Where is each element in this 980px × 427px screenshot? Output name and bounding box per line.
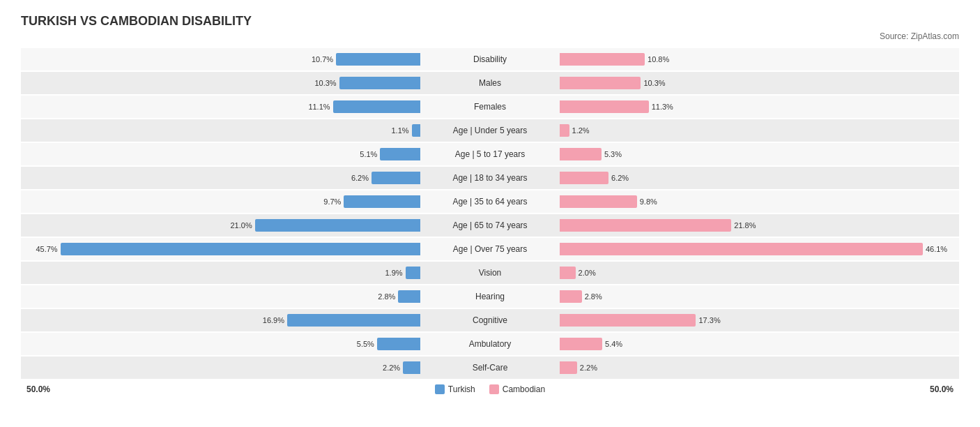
legend: Turkish Cambodian — [50, 384, 930, 394]
val-left: 11.1% — [308, 103, 330, 111]
bar-row: 1.9%Vision2.0% — [21, 262, 959, 284]
bar-row: 1.1%Age | Under 5 years1.2% — [21, 119, 959, 142]
right-side: 1.2% — [560, 119, 954, 142]
val-right: 10.8% — [648, 55, 669, 63]
bar-row: 5.5%Ambulatory5.4% — [21, 333, 959, 355]
bar-right — [560, 195, 637, 208]
center-label: Age | Under 5 years — [420, 126, 560, 135]
legend-turkish-label: Turkish — [448, 384, 475, 394]
right-side: 46.1% — [560, 238, 954, 260]
left-side: 5.1% — [26, 143, 420, 165]
footer-right-value: 50.0% — [930, 384, 954, 394]
left-side: 10.7% — [26, 48, 420, 70]
center-label: Males — [420, 78, 560, 88]
chart-title: TURKISH VS CAMBODIAN DISABILITY — [21, 14, 959, 29]
left-side: 11.1% — [26, 96, 420, 118]
bar-row: 9.7%Age | 35 to 64 years9.8% — [21, 190, 959, 213]
bar-row: 2.2%Self-Care2.2% — [21, 357, 959, 379]
bar-row: 45.7%Age | Over 75 years46.1% — [21, 238, 959, 260]
bar-row: 6.2%Age | 18 to 34 years6.2% — [21, 167, 959, 189]
bar-left — [333, 100, 420, 113]
bar-row: 10.7%Disability10.8% — [21, 48, 959, 70]
val-left: 2.8% — [378, 292, 395, 301]
left-side: 6.2% — [26, 167, 420, 189]
bar-row: 10.3%Males10.3% — [21, 72, 959, 94]
center-label: Females — [420, 102, 560, 112]
bar-left — [61, 243, 420, 255]
val-left: 6.2% — [351, 174, 369, 182]
bar-right — [560, 243, 923, 255]
left-side: 9.7% — [26, 190, 420, 213]
footer: 50.0% Turkish Cambodian 50.0% — [21, 384, 959, 394]
bar-row: 2.8%Hearing2.8% — [21, 285, 959, 308]
bar-left — [398, 290, 420, 303]
left-side: 1.9% — [26, 262, 420, 284]
center-label: Age | 35 to 64 years — [420, 197, 560, 207]
bar-right — [560, 77, 641, 89]
val-right: 11.3% — [652, 103, 673, 111]
val-right: 46.1% — [926, 245, 947, 253]
left-side: 2.8% — [26, 285, 420, 308]
legend-turkish: Turkish — [435, 384, 475, 394]
footer-left-value: 50.0% — [26, 384, 50, 394]
val-left: 10.3% — [314, 79, 336, 87]
val-left: 9.7% — [323, 197, 341, 206]
right-side: 9.8% — [560, 190, 954, 213]
right-side: 11.3% — [560, 96, 954, 118]
right-side: 5.4% — [560, 333, 954, 355]
bar-row: 5.1%Age | 5 to 17 years5.3% — [21, 143, 959, 165]
left-side: 21.0% — [26, 214, 420, 237]
center-label: Vision — [420, 268, 560, 278]
val-right: 6.2% — [611, 174, 629, 182]
val-right: 21.8% — [734, 221, 756, 230]
right-side: 10.8% — [560, 48, 954, 70]
center-label: Age | 65 to 74 years — [420, 220, 560, 230]
chart-container: 10.7%Disability10.8%10.3%Males10.3%11.1%… — [21, 48, 959, 379]
center-label: Ambulatory — [420, 339, 560, 349]
val-right: 2.0% — [579, 269, 596, 277]
val-right: 17.3% — [698, 316, 720, 324]
legend-cambodian-label: Cambodian — [503, 384, 545, 394]
val-right: 2.8% — [585, 292, 602, 301]
left-side: 16.9% — [26, 309, 420, 331]
val-left: 16.9% — [263, 316, 284, 324]
val-left: 21.0% — [231, 221, 252, 230]
bar-right — [560, 148, 602, 160]
val-left: 45.7% — [36, 245, 57, 253]
right-side: 6.2% — [560, 167, 954, 189]
bar-left — [377, 338, 420, 350]
val-left: 1.1% — [392, 126, 409, 135]
bar-left — [372, 172, 420, 184]
right-side: 17.3% — [560, 309, 954, 331]
center-label: Cognitive — [420, 315, 560, 325]
bar-right — [560, 100, 649, 113]
bar-right — [560, 219, 731, 232]
bar-left — [344, 195, 420, 208]
val-left: 10.7% — [312, 55, 333, 63]
bar-right — [560, 338, 602, 350]
bar-left — [403, 361, 420, 374]
val-right: 2.2% — [580, 364, 597, 372]
bar-right — [560, 53, 645, 66]
bar-left — [255, 219, 420, 232]
left-side: 5.5% — [26, 333, 420, 355]
left-side: 1.1% — [26, 119, 420, 142]
val-right: 10.3% — [643, 79, 665, 87]
center-label: Disability — [420, 54, 560, 64]
bar-row: 11.1%Females11.3% — [21, 96, 959, 118]
right-side: 2.2% — [560, 357, 954, 379]
right-side: 10.3% — [560, 72, 954, 94]
left-side: 2.2% — [26, 357, 420, 379]
bar-left — [287, 314, 420, 327]
right-side: 2.0% — [560, 262, 954, 284]
bar-right — [560, 124, 569, 137]
bar-right — [560, 290, 582, 303]
right-side: 21.8% — [560, 214, 954, 237]
bar-left — [406, 267, 420, 279]
val-right: 5.3% — [604, 150, 622, 158]
center-label: Age | 18 to 34 years — [420, 173, 560, 183]
legend-cambodian: Cambodian — [489, 384, 545, 394]
val-left: 5.1% — [360, 150, 377, 158]
bar-left — [412, 124, 420, 137]
right-side: 2.8% — [560, 285, 954, 308]
